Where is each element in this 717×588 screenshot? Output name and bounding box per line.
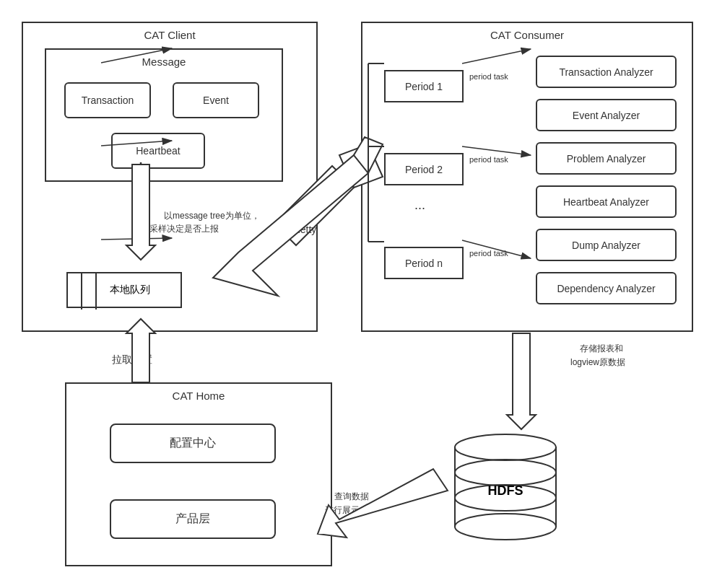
hdfs-label: HDFS <box>448 483 563 499</box>
problem-analyzer-box: Problem Analyzer <box>536 142 677 175</box>
architecture-diagram: CAT Client Message Transaction Event Hea… <box>0 0 717 588</box>
period-task-1: period task <box>469 72 508 81</box>
event-box: Event <box>173 82 259 118</box>
sample-text: 以message tree为单位， 采样决定是否上报 <box>149 196 260 248</box>
config-center-box: 配置中心 <box>110 424 276 463</box>
storage-label: 存储报表和 logview原数据 <box>570 328 625 384</box>
hdfs-container: HDFS <box>448 418 563 541</box>
dependency-analyzer-box: Dependency Analyzer <box>536 272 677 304</box>
event-analyzer-box: Event Analyzer <box>536 99 677 131</box>
cat-client-box: CAT Client Message Transaction Event Hea… <box>22 22 318 332</box>
cat-consumer-box: CAT Consumer Period 1 Period 2 ... Perio… <box>361 22 693 332</box>
svg-point-4 <box>455 514 556 540</box>
pull-config-label: 拉取配置 <box>112 354 152 367</box>
message-box: Message Transaction Event Heartbeat <box>45 48 283 182</box>
heartbeat-box: Heartbeat <box>111 133 205 169</box>
dump-analyzer-box: Dump Analyzer <box>536 229 677 261</box>
netty-label: netty <box>295 224 316 235</box>
cat-home-box: CAT Home 配置中心 产品层 <box>65 382 332 566</box>
transaction-analyzer-box: Transaction Analyzer <box>536 56 677 88</box>
period-2-box: Period 2 <box>384 153 464 185</box>
period-task-n: period task <box>469 249 508 258</box>
product-layer-box: 产品层 <box>110 499 276 539</box>
local-queue-box: 本地队列 <box>66 272 182 308</box>
cat-home-label: CAT Home <box>167 390 231 402</box>
period-1-box: Period 1 <box>384 70 464 102</box>
period-dots: ... <box>414 198 425 213</box>
transaction-box: Transaction <box>64 82 151 118</box>
heartbeat-analyzer-box: Heartbeat Analyzer <box>536 185 677 218</box>
cat-consumer-label: CAT Consumer <box>484 29 570 41</box>
query-label: 查询数据 进行展示 <box>325 476 369 532</box>
period-n-box: Period n <box>384 247 464 279</box>
svg-point-1 <box>455 434 556 460</box>
cat-client-label: CAT Client <box>138 29 201 41</box>
svg-marker-26 <box>507 333 536 429</box>
period-task-2: period task <box>469 155 508 164</box>
hdfs-cylinder <box>448 418 563 541</box>
message-label: Message <box>138 56 191 68</box>
